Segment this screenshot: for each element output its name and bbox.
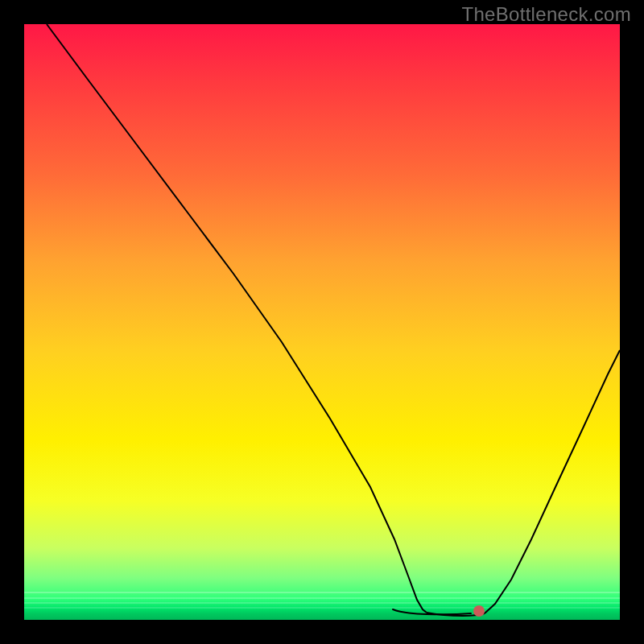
curve-svg: [24, 24, 620, 620]
chart-frame: TheBottleneck.com: [0, 0, 644, 644]
curve-right: [485, 350, 620, 613]
optimal-range-end-dot: [473, 605, 485, 617]
plot-area: [24, 24, 620, 620]
optimal-range-marker: [393, 609, 471, 614]
curve-left: [47, 24, 427, 613]
watermark-text: TheBottleneck.com: [461, 3, 631, 26]
